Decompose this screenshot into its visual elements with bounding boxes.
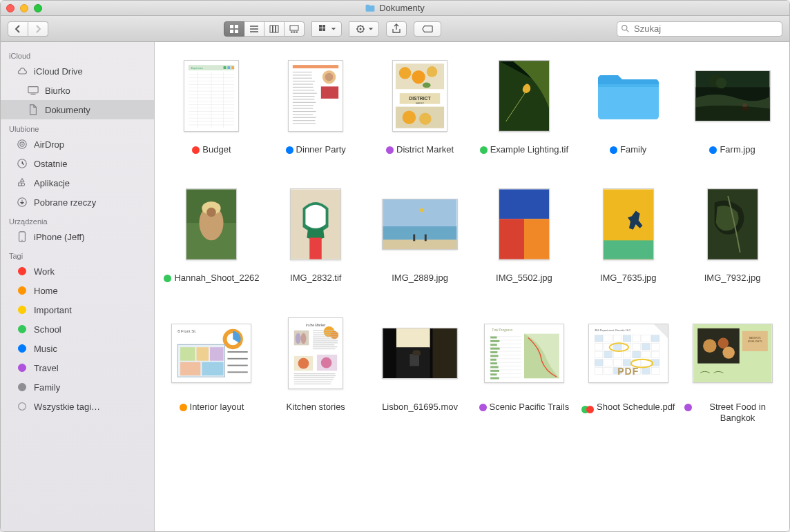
file-item[interactable]: IMG_7932.jpg: [682, 183, 782, 284]
sidebar-item-pobrane-rzeczy[interactable]: Pobrane rzeczy: [1, 193, 154, 212]
tag-dot-icon: [16, 381, 28, 393]
search-field-wrap: [617, 21, 782, 37]
svg-rect-11: [319, 25, 322, 28]
svg-rect-184: [490, 377, 499, 379]
tags-button[interactable]: [414, 21, 441, 37]
toolbar: [1, 16, 789, 42]
svg-rect-109: [524, 219, 549, 259]
back-button[interactable]: [8, 21, 28, 37]
sidebar-item-icloud-drive[interactable]: iCloud Drive: [1, 61, 154, 81]
svg-point-132: [301, 333, 307, 344]
svg-rect-147: [294, 373, 336, 374]
finder-window: Dokumenty iCloudiCloud DriveB: [0, 0, 790, 532]
sidebar-item-school[interactable]: School: [1, 319, 154, 339]
file-thumbnail: [168, 183, 254, 266]
action-segment: [349, 21, 379, 37]
file-item[interactable]: IMG_5502.jpg: [474, 183, 574, 284]
svg-rect-66: [293, 99, 315, 99]
tag-dot-icon: [16, 304, 28, 316]
file-name: IMG_5502.jpg: [496, 273, 552, 284]
svg-point-99: [207, 208, 217, 217]
sidebar-item-dokumenty[interactable]: Dokumenty: [1, 100, 154, 119]
svg-rect-188: [604, 335, 613, 342]
svg-rect-205: [633, 351, 641, 358]
svg-point-80: [423, 83, 431, 88]
svg-rect-138: [313, 340, 338, 341]
icon-view-button[interactable]: [224, 21, 244, 37]
file-item[interactable]: IMG_7635.jpg: [578, 183, 678, 284]
tag-dot-icon: [16, 362, 28, 374]
svg-point-91: [715, 78, 726, 89]
close-window-button[interactable]: [6, 4, 15, 12]
sidebar-item-home[interactable]: Home: [1, 281, 154, 300]
svg-rect-101: [383, 199, 457, 226]
list-view-button[interactable]: [244, 21, 264, 37]
sidebar-item-music[interactable]: Music: [1, 339, 154, 358]
minimize-window-button[interactable]: [20, 4, 28, 12]
file-item[interactable]: In the MarketKitchen stories: [266, 312, 366, 424]
share-icon: [391, 23, 402, 35]
zoom-window-button[interactable]: [34, 4, 42, 12]
search-input[interactable]: [617, 21, 782, 37]
file-item[interactable]: Dinner Party: [266, 55, 366, 155]
column-view-button[interactable]: [264, 21, 285, 37]
file-item[interactable]: Example Lighting.tif: [474, 55, 574, 155]
sidebar-item-work[interactable]: Work: [1, 262, 154, 281]
svg-rect-61: [293, 83, 313, 84]
file-item[interactable]: DISTRICTMARKETDistrict Market: [370, 55, 470, 155]
svg-rect-123: [228, 357, 248, 359]
tag-dots: [581, 404, 594, 413]
file-label: Scenic Pacific Trails: [479, 402, 570, 413]
file-item[interactable]: BANGKOKHIGHLIGHTSStreet Food in Bangkok: [682, 312, 782, 424]
sidebar-item-travel[interactable]: Travel: [1, 358, 154, 377]
svg-point-79: [427, 66, 438, 77]
share-button[interactable]: [386, 21, 407, 37]
svg-point-85: [403, 110, 416, 124]
file-label: Dinner Party: [286, 144, 346, 155]
group-by-button[interactable]: [311, 21, 342, 37]
file-label: Interior layout: [180, 402, 244, 413]
sidebar-item-label: Family: [34, 382, 60, 393]
svg-rect-1: [235, 25, 238, 28]
sidebar-item-family[interactable]: Family: [1, 377, 154, 397]
sidebar-item-iphone-jeff-[interactable]: iPhone (Jeff): [1, 227, 154, 246]
file-thumbnail: 8 Front St.: [168, 312, 254, 395]
file-grid: ExpensesBudgetDinner PartyDISTRICTMARKET…: [162, 55, 782, 424]
svg-rect-111: [604, 241, 653, 259]
file-item[interactable]: Lisbon_61695.mov: [370, 312, 470, 424]
file-label: Shoot Schedule.pdf: [581, 402, 675, 413]
svg-rect-68: [293, 105, 314, 106]
file-item[interactable]: Family: [578, 55, 678, 155]
svg-rect-157: [410, 353, 419, 366]
content-area[interactable]: ExpensesBudgetDinner PartyDISTRICTMARKET…: [155, 42, 789, 531]
forward-button[interactable]: [28, 21, 48, 37]
file-thumbnail: 304 Department: Recode 16.2PDF: [586, 312, 671, 395]
sidebar-item-important[interactable]: Important: [1, 300, 154, 319]
svg-rect-10: [296, 31, 298, 32]
svg-rect-62: [293, 87, 314, 88]
file-item[interactable]: Farm.jpg: [682, 55, 782, 155]
sidebar-item-wszystkie-tagi-[interactable]: Wszystkie tagi…: [1, 397, 154, 416]
file-item[interactable]: Trail ProgressScenic Pacific Trails: [474, 312, 574, 424]
sidebar-item-biurko[interactable]: Biurko: [1, 81, 154, 100]
file-thumbnail: [586, 55, 671, 137]
sidebar-item-airdrop[interactable]: AirDrop: [1, 135, 154, 154]
file-item[interactable]: IMG_2889.jpg: [370, 183, 470, 284]
svg-rect-202: [604, 351, 613, 358]
file-item[interactable]: 304 Department: Recode 16.2PDFShoot Sche…: [578, 312, 678, 424]
sidebar-item-ostatnie[interactable]: Ostatnie: [1, 154, 154, 173]
file-thumbnail: [690, 183, 775, 266]
file-item[interactable]: ExpensesBudget: [162, 55, 262, 155]
svg-rect-30: [224, 66, 227, 69]
tag-dot-icon: [16, 323, 28, 335]
chevron-left-icon: [12, 23, 23, 35]
svg-rect-71: [293, 114, 313, 115]
action-menu-button[interactable]: [349, 21, 379, 37]
file-item[interactable]: Hannah_Shoot_2262: [162, 183, 262, 284]
file-item[interactable]: 8 Front St.Interior layout: [162, 312, 262, 424]
file-item[interactable]: IMG_2832.tif: [266, 183, 366, 284]
svg-rect-2: [230, 30, 233, 33]
gallery-view-button[interactable]: [285, 21, 305, 37]
sidebar-item-label: Ostatnie: [34, 159, 67, 169]
sidebar-item-aplikacje[interactable]: Aplikacje: [1, 173, 154, 193]
